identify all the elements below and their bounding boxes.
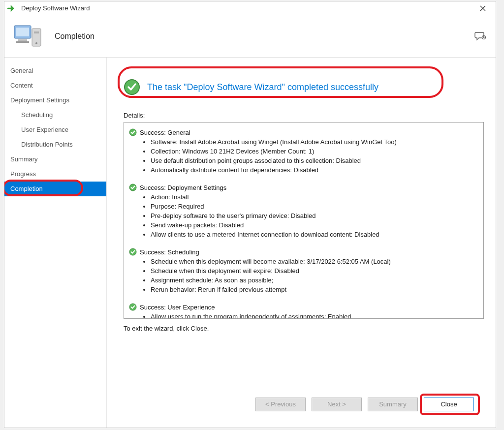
window-title: Deploy Software Wizard — [21, 4, 90, 12]
main-pane: The task "Deploy Software Wizard" comple… — [107, 58, 496, 428]
detail-title: Success: User Experience — [140, 304, 215, 311]
detail-item: Automatically distribute content for dep… — [151, 165, 478, 175]
detail-group-deployment-settings: Success: Deployment Settings Action: Ins… — [129, 184, 478, 239]
detail-item: Purpose: Required — [151, 202, 478, 211]
success-check-icon — [129, 303, 137, 311]
detail-item: Assignment schedule: As soon as possible… — [151, 276, 478, 285]
svg-point-6 — [35, 42, 37, 44]
summary-button: Summary — [368, 398, 418, 411]
exit-hint: To exit the wizard, click Close. — [124, 325, 484, 332]
success-check-icon — [129, 128, 137, 136]
detail-item: Allow users to run the program independe… — [151, 312, 478, 319]
success-message: The task "Deploy Software Wizard" comple… — [147, 82, 378, 92]
detail-title: Success: General — [140, 129, 190, 136]
detail-item: Allow clients to use a metered Internet … — [151, 230, 478, 239]
close-icon[interactable] — [473, 2, 493, 14]
sidebar-item-user-experience[interactable]: User Experience — [4, 123, 106, 137]
sidebar-item-summary[interactable]: Summary — [4, 152, 106, 167]
detail-item: Schedule when this deployment will becom… — [151, 257, 478, 266]
detail-group-scheduling: Success: Scheduling Schedule when this d… — [129, 248, 478, 294]
sidebar-item-completion[interactable]: Completion — [4, 182, 106, 196]
next-button: Next > — [312, 398, 362, 411]
detail-item: Use default distribution point groups as… — [151, 156, 478, 165]
sidebar-item-general[interactable]: General — [4, 63, 106, 78]
body: General Content Deployment Settings Sche… — [4, 58, 496, 428]
page-title: Completion — [55, 32, 94, 41]
sidebar-item-content[interactable]: Content — [4, 78, 106, 93]
previous-button: < Previous — [255, 398, 306, 411]
success-check-icon — [129, 248, 137, 256]
detail-item: Software: Install Adobe Acrobat using Wi… — [151, 137, 478, 147]
success-check-icon — [129, 184, 137, 191]
detail-group-general: Success: General Software: Install Adobe… — [129, 128, 478, 175]
detail-item: Rerun behavior: Rerun if failed previous… — [151, 285, 478, 294]
sidebar-item-deployment-settings[interactable]: Deployment Settings — [4, 93, 106, 108]
footer: < Previous Next > Summary Close — [124, 395, 484, 422]
sidebar-item-distribution-points[interactable]: Distribution Points — [4, 137, 106, 152]
titlebar: Deploy Software Wizard — [4, 1, 496, 15]
svg-rect-1 — [16, 28, 29, 36]
detail-item: Send wake-up packets: Disabled — [151, 220, 478, 230]
success-check-icon — [124, 79, 140, 95]
close-button[interactable]: Close — [424, 398, 474, 411]
wizard-window: Deploy Software Wizard Completion — [4, 1, 496, 428]
sidebar: General Content Deployment Settings Sche… — [4, 58, 107, 428]
svg-rect-3 — [16, 41, 29, 43]
detail-title: Success: Deployment Settings — [140, 184, 226, 191]
details-box[interactable]: Success: General Software: Install Adobe… — [124, 122, 484, 319]
detail-item: Action: Install — [151, 192, 478, 202]
svg-point-8 — [483, 36, 484, 37]
header: Completion — [4, 15, 496, 58]
details-label: Details: — [124, 112, 484, 119]
computer-icon — [13, 23, 43, 50]
detail-item: Pre-deploy software to the user's primar… — [151, 211, 478, 220]
detail-item: Collection: Windows 10 21H2 Devices (Mem… — [151, 147, 478, 156]
sidebar-item-scheduling[interactable]: Scheduling — [4, 108, 106, 123]
svg-rect-5 — [34, 31, 39, 33]
detail-group-user-experience: Success: User Experience Allow users to … — [129, 303, 478, 319]
svg-rect-2 — [18, 39, 27, 41]
detail-title: Success: Scheduling — [140, 248, 199, 256]
app-arrow-icon — [7, 5, 17, 12]
sidebar-item-progress[interactable]: Progress — [4, 167, 106, 182]
feedback-icon[interactable] — [474, 30, 487, 43]
detail-item: Schedule when this deployment will expir… — [151, 266, 478, 276]
success-banner: The task "Deploy Software Wizard" comple… — [124, 72, 484, 102]
